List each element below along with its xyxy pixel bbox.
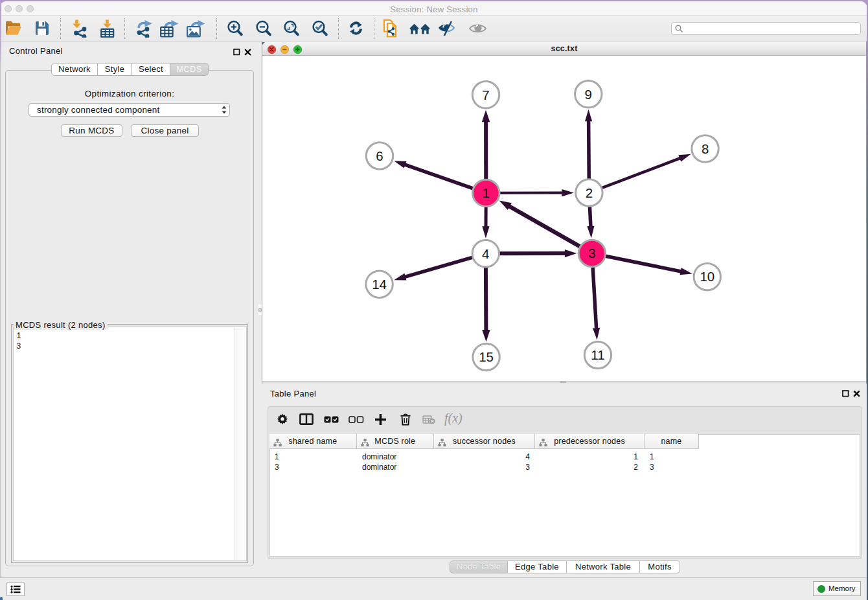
svg-text:10: 10 (700, 269, 714, 284)
svg-text:3: 3 (588, 246, 595, 260)
svg-text:9: 9 (585, 86, 592, 101)
svg-text:11: 11 (591, 347, 604, 362)
svg-text:7: 7 (482, 87, 489, 102)
svg-text:1: 1 (483, 185, 490, 200)
svg-text:8: 8 (702, 141, 709, 156)
svg-text:15: 15 (479, 349, 494, 364)
svg-text:4: 4 (482, 246, 489, 260)
svg-text:14: 14 (372, 276, 387, 291)
svg-text:2: 2 (586, 185, 593, 200)
svg-text:6: 6 (376, 148, 383, 163)
